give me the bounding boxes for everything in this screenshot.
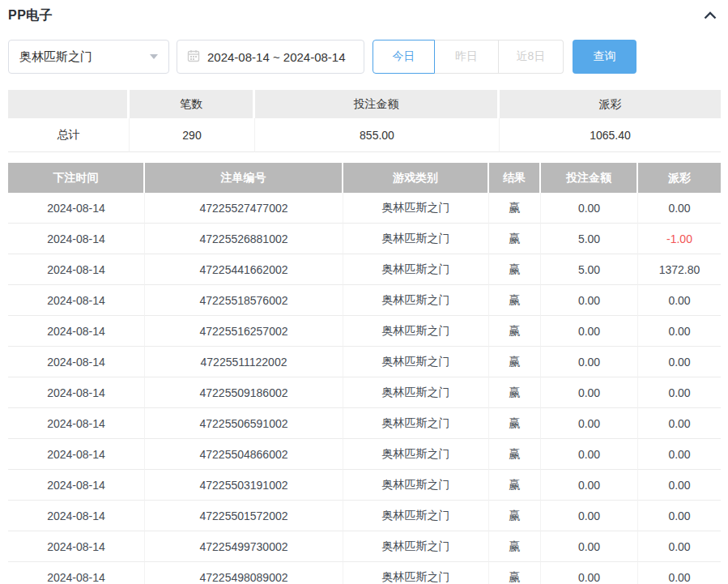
filter-yesterday-button[interactable]: 昨日 — [435, 40, 499, 74]
detail-cell-payout: 0.00 — [638, 562, 721, 584]
detail-cell-game: 奥林匹斯之门 — [343, 285, 489, 316]
detail-cell-result: 赢 — [489, 501, 541, 531]
detail-cell-bet-amount: 0.00 — [541, 347, 638, 377]
detail-cell-time: 2024-08-14 — [8, 193, 145, 224]
panel-header: PP电子 — [0, 0, 728, 24]
detail-cell-payout: 0.00 — [638, 347, 721, 377]
detail-cell-result: 赢 — [489, 285, 541, 316]
filter-today-button[interactable]: 今日 — [373, 40, 435, 74]
collapse-panel-button[interactable] — [702, 8, 718, 23]
detail-cell-payout: 1372.80 — [638, 254, 721, 285]
detail-cell-time: 2024-08-14 — [8, 501, 145, 531]
table-row: 2024-08-1447225503191002奥林匹斯之门赢0.000.00 — [8, 470, 721, 501]
detail-cell-bet-id: 47225504866002 — [145, 439, 343, 470]
filter-last8days-button[interactable]: 近8日 — [499, 40, 564, 74]
detail-cell-bet-id: 47225516257002 — [145, 316, 343, 347]
detail-cell-bet-id: 47225509186002 — [145, 377, 343, 408]
detail-cell-payout: 0.00 — [638, 408, 721, 439]
detail-cell-bet-id: 47225501572002 — [145, 501, 343, 531]
detail-cell-result: 赢 — [489, 470, 541, 501]
detail-cell-result: 赢 — [489, 439, 541, 470]
date-range-input[interactable]: 2024-08-14 ~ 2024-08-14 — [177, 40, 364, 74]
summary-table: 笔数 投注金额 派彩 总计 290 855.00 1065.40 — [8, 90, 721, 152]
summary-total-label: 总计 — [8, 118, 130, 152]
detail-cell-bet-id: 47225527477002 — [145, 193, 343, 224]
table-row: 2024-08-1447225498089002奥林匹斯之门赢0.000.00 — [8, 562, 721, 584]
table-row: 2024-08-1447225516257002奥林匹斯之门赢0.000.00 — [8, 316, 721, 347]
detail-cell-payout: 0.00 — [638, 285, 721, 316]
detail-cell-game: 奥林匹斯之门 — [343, 377, 489, 408]
detail-cell-game: 奥林匹斯之门 — [343, 224, 489, 254]
detail-cell-bet-amount: 0.00 — [541, 501, 638, 531]
table-row: 2024-08-1447225499730002奥林匹斯之门赢0.000.00 — [8, 531, 721, 562]
detail-cell-bet-amount: 0.00 — [541, 562, 638, 584]
detail-cell-result: 赢 — [489, 377, 541, 408]
detail-cell-time: 2024-08-14 — [8, 224, 145, 254]
detail-cell-payout: -1.00 — [638, 224, 721, 254]
pp-electronic-panel: PP电子 奥林匹斯之门 2024-08-14 ~ 20 — [0, 0, 728, 584]
detail-cell-bet-amount: 0.00 — [541, 470, 638, 501]
date-range-value: 2024-08-14 ~ 2024-08-14 — [207, 50, 346, 64]
detail-cell-payout: 0.00 — [638, 531, 721, 562]
detail-cell-time: 2024-08-14 — [8, 439, 145, 470]
detail-cell-bet-id: 47225506591002 — [145, 408, 343, 439]
detail-cell-game: 奥林匹斯之门 — [343, 470, 489, 501]
detail-cell-time: 2024-08-14 — [8, 470, 145, 501]
detail-cell-bet-amount: 0.00 — [541, 531, 638, 562]
detail-cell-result: 赢 — [489, 224, 541, 254]
detail-cell-result: 赢 — [489, 531, 541, 562]
quick-filter-group: 今日 昨日 近8日 — [373, 40, 564, 74]
detail-cell-time: 2024-08-14 — [8, 531, 145, 562]
detail-cell-payout: 0.00 — [638, 470, 721, 501]
table-row: 2024-08-1447225511122002奥林匹斯之门赢0.000.00 — [8, 347, 721, 377]
detail-cell-game: 奥林匹斯之门 — [343, 347, 489, 377]
summary-total-count: 290 — [130, 118, 255, 152]
detail-cell-time: 2024-08-14 — [8, 562, 145, 584]
summary-header-count: 笔数 — [130, 90, 255, 118]
detail-cell-time: 2024-08-14 — [8, 347, 145, 377]
query-button[interactable]: 查询 — [573, 40, 636, 74]
detail-header-bet-amount: 投注金额 — [541, 163, 638, 193]
detail-cell-result: 赢 — [489, 562, 541, 584]
detail-cell-bet-amount: 0.00 — [541, 193, 638, 224]
detail-cell-payout: 0.00 — [638, 316, 721, 347]
chevron-up-icon — [704, 10, 717, 22]
filter-controls: 奥林匹斯之门 2024-08-14 ~ 2024-08-14 今日 昨日 近8日 — [8, 40, 720, 74]
detail-cell-result: 赢 — [489, 193, 541, 224]
summary-total-row: 总计 290 855.00 1065.40 — [8, 118, 721, 152]
detail-cell-bet-amount: 0.00 — [541, 285, 638, 316]
detail-cell-result: 赢 — [489, 347, 541, 377]
detail-cell-bet-id: 47225526881002 — [145, 224, 343, 254]
detail-cell-time: 2024-08-14 — [8, 316, 145, 347]
detail-cell-game: 奥林匹斯之门 — [343, 193, 489, 224]
detail-cell-bet-id: 47225511122002 — [145, 347, 343, 377]
detail-cell-bet-id: 47225441662002 — [145, 254, 343, 285]
detail-cell-result: 赢 — [489, 316, 541, 347]
summary-header-empty — [8, 90, 130, 118]
table-row: 2024-08-1447225441662002奥林匹斯之门赢5.001372.… — [8, 254, 721, 285]
detail-cell-bet-amount: 5.00 — [541, 224, 638, 254]
bet-records-table: 下注时间 注单编号 游戏类别 结果 投注金额 派彩 2024-08-144722… — [8, 163, 721, 584]
table-row: 2024-08-1447225526881002奥林匹斯之门赢5.00-1.00 — [8, 224, 721, 254]
detail-header-payout: 派彩 — [638, 163, 721, 193]
detail-cell-time: 2024-08-14 — [8, 254, 145, 285]
summary-header-bet-amount: 投注金额 — [255, 90, 500, 118]
detail-cell-time: 2024-08-14 — [8, 408, 145, 439]
detail-header-result: 结果 — [489, 163, 541, 193]
detail-cell-bet-id: 47225499730002 — [145, 531, 343, 562]
detail-cell-bet-amount: 0.00 — [541, 377, 638, 408]
detail-cell-time: 2024-08-14 — [8, 377, 145, 408]
detail-header-time: 下注时间 — [8, 163, 145, 193]
detail-table-body: 2024-08-1447225527477002奥林匹斯之门赢0.000.002… — [8, 193, 721, 584]
detail-cell-payout: 0.00 — [638, 501, 721, 531]
detail-header-game: 游戏类别 — [343, 163, 489, 193]
detail-cell-payout: 0.00 — [638, 377, 721, 408]
detail-cell-game: 奥林匹斯之门 — [343, 439, 489, 470]
table-row: 2024-08-1447225501572002奥林匹斯之门赢0.000.00 — [8, 501, 721, 531]
table-row: 2024-08-1447225504866002奥林匹斯之门赢0.000.00 — [8, 439, 721, 470]
detail-cell-bet-amount: 0.00 — [541, 316, 638, 347]
game-select[interactable]: 奥林匹斯之门 — [8, 40, 169, 74]
detail-cell-bet-amount: 0.00 — [541, 408, 638, 439]
table-row: 2024-08-1447225527477002奥林匹斯之门赢0.000.00 — [8, 193, 721, 224]
detail-cell-game: 奥林匹斯之门 — [343, 316, 489, 347]
